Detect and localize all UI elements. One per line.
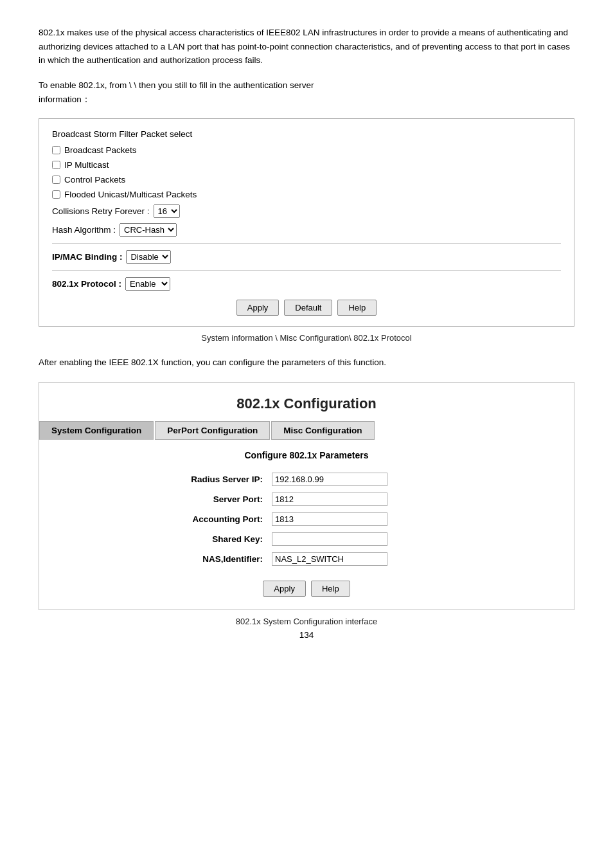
control-packets-label: Control Packets [64, 175, 125, 185]
table-row: Radius Server IP: [152, 469, 461, 489]
broadcast-packets-checkbox[interactable] [52, 146, 60, 154]
nas-identifier-label: NAS,Identifier: [152, 549, 268, 569]
filter-apply-button[interactable]: Apply [236, 300, 280, 316]
divider-1 [52, 243, 561, 244]
config-apply-button[interactable]: Apply [263, 581, 306, 597]
enable-line: To enable 802.1x, from \ \ then you stil… [39, 80, 574, 90]
filter-box: Broadcast Storm Filter Packet select Bro… [39, 118, 574, 327]
accounting-port-label: Accounting Port: [152, 509, 268, 529]
tab-bar: System Configuration PerPort Configurati… [39, 421, 574, 440]
flooded-unicast-checkbox[interactable] [52, 190, 60, 199]
hash-row: Hash Algorithm : CRC-Hash [52, 223, 561, 237]
ip-mac-label: IP/MAC Binding : [52, 252, 122, 262]
shared-key-label: Shared Key: [152, 529, 268, 549]
hash-label: Hash Algorithm : [52, 225, 116, 235]
table-row: Accounting Port: [152, 509, 461, 529]
table-row: NAS,Identifier: [152, 549, 461, 569]
ip-multicast-label: IP Multicast [64, 160, 109, 170]
control-packets-checkbox[interactable] [52, 176, 60, 184]
filter-button-row: Apply Default Help [52, 300, 561, 316]
radius-server-ip-input[interactable] [272, 473, 387, 486]
ip-mac-row: IP/MAC Binding : Disable Enable [52, 250, 561, 264]
hash-select[interactable]: CRC-Hash [120, 223, 177, 237]
nas-identifier-input[interactable] [272, 552, 387, 566]
table-row: Server Port: [152, 489, 461, 509]
config-button-row: Apply Help [39, 581, 574, 597]
flooded-unicast-row[interactable]: Flooded Unicast/Multicast Packets [52, 190, 561, 199]
broadcast-packets-row[interactable]: Broadcast Packets [52, 145, 561, 155]
protocol-select[interactable]: Enable Disable [125, 277, 170, 291]
accounting-port-input[interactable] [272, 512, 387, 526]
protocol-row: 802.1x Protocol : Enable Disable [52, 277, 561, 291]
params-table: Radius Server IP: Server Port: Accountin… [152, 469, 461, 569]
page-number: 134 [39, 630, 574, 640]
server-port-label: Server Port: [152, 489, 268, 509]
filter-title: Broadcast Storm Filter Packet select [52, 129, 561, 139]
intro-paragraph: 802.1x makes use of the physical access … [39, 26, 574, 68]
ip-multicast-row[interactable]: IP Multicast [52, 160, 561, 170]
config-box: 802.1x Configuration System Configuratio… [39, 382, 574, 610]
tab-perport-configuration[interactable]: PerPort Configuration [155, 421, 270, 440]
radius-server-ip-label: Radius Server IP: [152, 469, 268, 489]
collisions-label: Collisions Retry Forever : [52, 206, 150, 216]
filter-caption: System information \ Misc Configuration\… [39, 333, 574, 343]
filter-default-button[interactable]: Default [284, 300, 332, 316]
info-line: information： [39, 94, 574, 105]
table-row: Shared Key: [152, 529, 461, 549]
bottom-caption: 802.1x System Configuration interface [39, 617, 574, 626]
server-port-input[interactable] [272, 493, 387, 506]
collisions-select[interactable]: 16 [154, 204, 180, 218]
broadcast-packets-label: Broadcast Packets [64, 145, 137, 155]
params-title: Configure 802.1x Parameters [39, 450, 574, 460]
control-packets-row[interactable]: Control Packets [52, 175, 561, 185]
after-text: After enabling the IEEE 802.1X function,… [39, 356, 574, 370]
shared-key-input[interactable] [272, 532, 387, 546]
config-help-button[interactable]: Help [311, 581, 350, 597]
protocol-label: 802.1x Protocol : [52, 279, 121, 289]
config-title: 802.1x Configuration [39, 383, 574, 421]
collisions-row: Collisions Retry Forever : 16 [52, 204, 561, 218]
tab-system-configuration[interactable]: System Configuration [39, 421, 154, 440]
tab-misc-configuration[interactable]: Misc Configuration [271, 421, 374, 440]
ip-mac-select[interactable]: Disable Enable [126, 250, 171, 264]
ip-multicast-checkbox[interactable] [52, 161, 60, 169]
filter-help-button[interactable]: Help [337, 300, 377, 316]
divider-2 [52, 270, 561, 271]
flooded-unicast-label: Flooded Unicast/Multicast Packets [64, 190, 197, 199]
